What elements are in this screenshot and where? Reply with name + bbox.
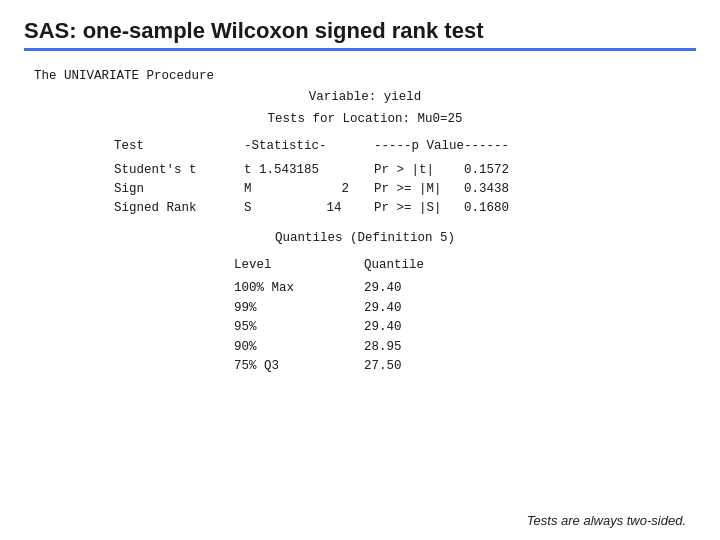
test-name-2: Sign [114,180,244,199]
test-name-3: Signed Rank [114,199,244,218]
col-pval-header: -----p Value------ [374,137,574,156]
col-quantile-header: Quantile [364,256,464,275]
pval-1: Pr > |t| 0.1572 [374,161,574,180]
stat-3: S 14 [244,199,374,218]
stat-2: M 2 [244,180,374,199]
pval-2: Pr >= |M| 0.3438 [374,180,574,199]
q-level-4: 90% [234,338,364,357]
q-level-5: 75% Q3 [234,357,364,376]
quantiles-table: Level Quantile 100% Max 29.40 99% 29.40 … [234,256,696,376]
table-row: Sign M 2 Pr >= |M| 0.3438 [114,180,696,199]
title-underline [24,48,696,51]
pval-3: Pr >= |S| 0.1680 [374,199,574,218]
col-test-header: Test [114,137,244,156]
variable-line: Variable: yield [34,88,696,107]
page-title: SAS: one-sample Wilcoxon signed rank tes… [24,18,696,44]
q-value-2: 29.40 [364,299,464,318]
list-item: 90% 28.95 [234,338,696,357]
test-name-1: Student's t [114,161,244,180]
table-row: Signed Rank S 14 Pr >= |S| 0.1680 [114,199,696,218]
page-container: SAS: one-sample Wilcoxon signed rank tes… [0,0,720,540]
tests-table: Test -Statistic- -----p Value------ Stud… [114,137,696,219]
list-item: 100% Max 29.40 [234,279,696,298]
stat-1: t 1.543185 [244,161,374,180]
col-stat-header: -Statistic- [244,137,374,156]
list-item: 75% Q3 27.50 [234,357,696,376]
q-value-3: 29.40 [364,318,464,337]
q-value-4: 28.95 [364,338,464,357]
tests-table-header: Test -Statistic- -----p Value------ [114,137,696,156]
q-level-1: 100% Max [234,279,364,298]
bottom-note: Tests are always two-sided. [24,513,696,528]
tests-header: Tests for Location: Mu0=25 [34,110,696,129]
title-section: SAS: one-sample Wilcoxon signed rank tes… [24,18,696,61]
q-level-3: 95% [234,318,364,337]
table-row: Student's t t 1.543185 Pr > |t| 0.1572 [114,161,696,180]
list-item: 99% 29.40 [234,299,696,318]
q-value-1: 29.40 [364,279,464,298]
quantiles-header: Quantiles (Definition 5) [34,229,696,248]
list-item: 95% 29.40 [234,318,696,337]
sas-output-area: The UNIVARIATE Procedure Variable: yield… [24,67,696,509]
q-value-5: 27.50 [364,357,464,376]
col-level-header: Level [234,256,364,275]
procedure-line: The UNIVARIATE Procedure [34,67,696,86]
q-level-2: 99% [234,299,364,318]
quantiles-table-header: Level Quantile [234,256,696,275]
